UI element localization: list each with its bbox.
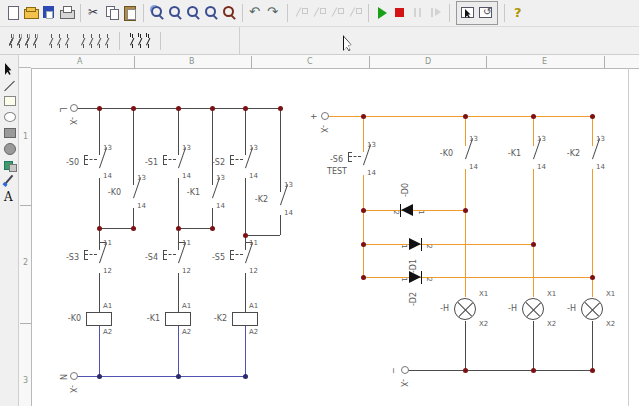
pin-label: A2 [249,329,258,336]
junction-dot [463,368,468,373]
contact-s5[interactable]: 1112-S5 [205,238,261,280]
diode-cathode-bar [421,271,422,284]
nc-tick [245,242,252,243]
pin-label: 14 [216,203,225,210]
contact-ref: -S6 [323,156,343,164]
contact-s3[interactable]: 1112-S3 [59,238,115,280]
terminal-name: -X [68,115,76,125]
contact-ref: -S1 [138,159,158,167]
actuator-tick [163,155,167,156]
contact-k0[interactable]: 1314-K0 [425,134,481,176]
terminal-N[interactable] [70,372,78,380]
diode-d2[interactable]: -D212 [395,251,435,303]
junction-dot [131,226,136,231]
pin-label: A1 [249,303,258,310]
coil-body [86,312,112,326]
contact-s4[interactable]: 1112-S4 [138,238,194,280]
nc-tick [99,242,106,243]
terminal-−[interactable] [401,366,409,374]
contact-ref: -K2 [552,150,580,158]
terminal-label: + [309,112,317,120]
junction-dot [210,226,215,231]
diode-cathode-bar [400,204,401,217]
pin-label: X1 [547,291,556,298]
pin-label: 14 [537,164,546,171]
junction-dot [463,208,468,213]
terminal-label: N [58,372,66,380]
pin-label: 13 [367,142,376,149]
contact-k2[interactable]: 1314-K2 [240,180,296,222]
junction-dot [210,106,215,111]
wire-segment[interactable] [363,175,364,277]
pin-label: 13 [103,145,112,152]
junction-dot [531,368,536,373]
actuator-link [231,159,243,160]
terminal-+[interactable] [321,112,329,120]
junction-dot [176,106,181,111]
pin-label: A2 [103,329,112,336]
coil-k0[interactable]: -K0A1A2 [59,299,119,339]
junction-dot [97,226,102,231]
pin-label: 1 [417,210,424,214]
wire-segment[interactable] [405,370,592,371]
terminal-name: -X [68,383,76,393]
wire-segment[interactable] [245,235,280,236]
junction-dot [463,114,468,119]
actuator-tick [230,250,234,251]
pin-label: A1 [103,303,112,310]
lamp-ref: -H [505,305,517,313]
diode-cathode-bar [421,238,422,251]
wire-segment[interactable] [178,228,212,229]
pin-label: 13 [537,136,546,143]
coil-ref: -K1 [138,315,160,323]
junction-dot [278,106,283,111]
junction-dot [531,242,536,247]
contact-s2[interactable]: 1314-S2 [205,143,261,185]
junction-dot [590,275,595,280]
pin-label: 13 [182,145,191,152]
actuator-link [164,159,176,160]
contact-k2[interactable]: 1314-K2 [552,134,608,176]
coil-k2[interactable]: -K2A1A2 [205,299,265,339]
wire-segment[interactable] [363,244,533,245]
terminal-L[interactable] [70,104,78,112]
contact-ref: -S2 [205,159,225,167]
contact-ref: -K2 [240,196,268,204]
pin-label: 13 [284,182,293,189]
pin-label: X1 [606,291,615,298]
junction-dot [243,106,248,111]
contact-subref: TEST [323,168,347,176]
circuit-editor-window: ABCDE 123 L-XN-X+-X−-X1314-S01314-K01314… [0,0,639,406]
actuator-tick [230,259,234,260]
lamp-indicator[interactable]: -HX1X2 [562,285,622,333]
pin-label: X2 [547,321,556,328]
actuator-link [85,159,97,160]
diode-triangle [401,204,413,216]
actuator-tick [163,250,167,251]
junction-dot [361,114,366,119]
wire-segment[interactable] [99,228,133,229]
contact-s6[interactable]: 1314-S6TEST [323,140,379,182]
diode-triangle [409,271,421,283]
terminal-label: L [58,104,66,112]
junction-dot [243,374,248,379]
lamp-indicator[interactable]: -HX1X2 [503,285,563,333]
contact-ref: -S3 [59,254,79,262]
coil-ref: -K2 [205,315,227,323]
lamp-indicator[interactable]: -HX1X2 [435,285,495,333]
pin-label: 13 [249,145,258,152]
coil-k1[interactable]: -K1A1A2 [138,299,198,339]
coil-ref: -K0 [59,315,81,323]
pin-label: 14 [249,173,258,180]
terminal-label: − [389,366,397,374]
pin-label: X2 [606,321,615,328]
junction-dot [361,242,366,247]
junction-dot [176,374,181,379]
actuator-tick [163,164,167,165]
actuator-tick [84,164,88,165]
pin-label: 14 [469,164,478,171]
contact-k1[interactable]: 1314-K1 [493,134,549,176]
terminal-name: -X [319,123,327,133]
contact-ref: -S0 [59,159,79,167]
pin-label: X1 [479,291,488,298]
